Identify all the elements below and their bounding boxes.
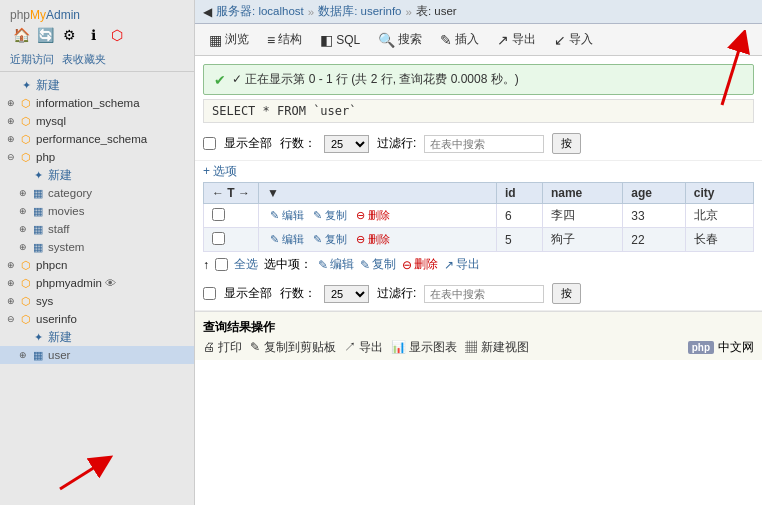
sidebar-item-php-new[interactable]: ✦ 新建 (0, 166, 194, 184)
rows-select-top[interactable]: 25 50 100 (324, 135, 369, 153)
col-name-label: name (551, 186, 582, 200)
table-header-row: ← T → ▼ id name (204, 183, 754, 204)
toolbar-structure-btn[interactable]: ≡ 结构 (259, 27, 310, 52)
row2-checkbox[interactable] (212, 232, 225, 245)
all-select-row: ↑ 全选 选中项： ✎ 编辑 ✎ 复制 ⊖ 删除 ↗ 导出 (195, 252, 762, 277)
row2-copy-btn[interactable]: ✎ 复制 (310, 231, 350, 248)
th-city[interactable]: city (685, 183, 753, 204)
row1-id: 6 (496, 204, 542, 228)
toggle-phpcn: ⊕ (4, 258, 18, 272)
th-id[interactable]: id (496, 183, 542, 204)
row2-check (204, 228, 259, 252)
import-icon: ↙ (554, 32, 566, 48)
bulk-delete-btn[interactable]: ⊖ 删除 (402, 256, 438, 273)
footer-chart-btn[interactable]: 📊 显示图表 (391, 339, 457, 356)
toolbar-browse-label: 浏览 (225, 31, 249, 48)
toolbar-export-btn[interactable]: ↗ 导出 (489, 27, 544, 52)
tbl-icon-staff: ▦ (30, 221, 46, 237)
bulk-export-btn[interactable]: ↗ 导出 (444, 256, 480, 273)
row1-check (204, 204, 259, 228)
sidebar-item-phpmyadmin[interactable]: ⊕ ⬡ phpmyadmin 👁 (0, 274, 194, 292)
bulk-copy-btn[interactable]: ✎ 复制 (360, 256, 396, 273)
row2-delete-btn[interactable]: ⊖ 删除 (353, 231, 393, 248)
sidebar-item-performance_schema[interactable]: ⊕ ⬡ performance_schema (0, 130, 194, 148)
footer-export-btn[interactable]: ↗ 导出 (344, 339, 383, 356)
refresh-icon[interactable]: 🔄 (36, 26, 54, 44)
sidebar-item-system[interactable]: ⊕ ▦ system (0, 238, 194, 256)
row1-copy-btn[interactable]: ✎ 复制 (310, 207, 350, 224)
favorites-link[interactable]: 表收藏夹 (62, 52, 106, 67)
sidebar-item-category[interactable]: ⊕ ▦ category (0, 184, 194, 202)
th-name[interactable]: name (542, 183, 622, 204)
data-table-wrap: ← T → ▼ id name (195, 182, 762, 252)
breadcrumb-server[interactable]: 服务器: localhost (216, 4, 304, 19)
all-checkbox[interactable] (215, 258, 228, 271)
row2-name: 狗子 (542, 228, 622, 252)
toolbar-import-btn[interactable]: ↙ 导入 (546, 27, 601, 52)
toolbar-search-btn[interactable]: 🔍 搜索 (370, 27, 430, 52)
show-all-checkbox-bottom[interactable] (203, 287, 216, 300)
exit-icon[interactable]: ⬡ (108, 26, 126, 44)
row1-edit-btn[interactable]: ✎ 编辑 (267, 207, 307, 224)
breadcrumb-database[interactable]: 数据库: userinfo (318, 4, 401, 19)
sidebar-item-mysql[interactable]: ⊕ ⬡ mysql (0, 112, 194, 130)
toggle-phpmyadmin: ⊕ (4, 276, 18, 290)
sidebar-item-new-top[interactable]: ✦ 新建 (0, 76, 194, 94)
row1-action-group: ✎ 编辑 ✎ 复制 ⊖ 删除 (267, 207, 488, 224)
filter-input-top[interactable] (424, 135, 544, 153)
sidebar-label-new-top: 新建 (36, 78, 60, 93)
toolbar-browse-btn[interactable]: ▦ 浏览 (201, 27, 257, 52)
sort-toggle[interactable]: T (227, 186, 234, 200)
toolbar-sql-btn[interactable]: ◧ SQL (312, 28, 368, 52)
settings-icon[interactable]: ⚙ (60, 26, 78, 44)
sidebar: phpMyAdmin 🏠 🔄 ⚙ ℹ ⬡ 近期访问 表收藏夹 ✦ 新建 ⊕ ⬡ … (0, 0, 195, 505)
toolbar-insert-label: 插入 (455, 31, 479, 48)
row1-age: 33 (623, 204, 686, 228)
logo-php: php (10, 8, 30, 22)
footer-copy-clipboard-btn[interactable]: ✎ 复制到剪贴板 (250, 339, 335, 356)
col-city-label: city (694, 186, 715, 200)
row1-checkbox[interactable] (212, 208, 225, 221)
sidebar-item-phpcn[interactable]: ⊕ ⬡ phpcn (0, 256, 194, 274)
row2-city: 长春 (685, 228, 753, 252)
export-icon: ↗ (497, 32, 509, 48)
rows-label-top: 行数： (280, 135, 316, 152)
sidebar-item-userinfo[interactable]: ⊖ ⬡ userinfo (0, 310, 194, 328)
home-icon[interactable]: 🏠 (12, 26, 30, 44)
breadcrumb-table: 表: user (416, 4, 457, 19)
row1-delete-btn[interactable]: ⊖ 删除 (353, 207, 393, 224)
sidebar-label-system: system (48, 241, 84, 253)
filter-submit-top[interactable]: 按 (552, 133, 581, 154)
recent-link[interactable]: 近期访问 (10, 52, 54, 67)
show-all-checkbox-top[interactable] (203, 137, 216, 150)
filter-submit-bottom[interactable]: 按 (552, 283, 581, 304)
row2-edit-btn[interactable]: ✎ 编辑 (267, 231, 307, 248)
footer-actions: 🖨 打印 ✎ 复制到剪贴板 ↗ 导出 📊 显示图表 ▦ 新建视图 php 中文网 (203, 339, 754, 356)
show-all-label-bottom: 显示全部 (224, 285, 272, 302)
main-panel: ◀ 服务器: localhost » 数据库: userinfo » 表: us… (195, 0, 762, 505)
rows-select-bottom[interactable]: 25 50 100 (324, 285, 369, 303)
filter-label-top: 过滤行: (377, 135, 416, 152)
sidebar-item-sys[interactable]: ⊕ ⬡ sys (0, 292, 194, 310)
footer-print-btn[interactable]: 🖨 打印 (203, 339, 242, 356)
toolbar-insert-btn[interactable]: ✎ 插入 (432, 27, 487, 52)
row1-actions: ✎ 编辑 ✎ 复制 ⊖ 删除 (259, 204, 497, 228)
bulk-edit-btn[interactable]: ✎ 编辑 (318, 256, 354, 273)
table-row: ✎ 编辑 ✎ 复制 ⊖ 删除 5 狗子 22 长春 (204, 228, 754, 252)
sidebar-item-staff[interactable]: ⊕ ▦ staff (0, 220, 194, 238)
sidebar-item-userinfo-new[interactable]: ✦ 新建 (0, 328, 194, 346)
sidebar-label-phpmyadmin: phpmyadmin (36, 277, 102, 289)
select-all-btn[interactable]: 全选 (234, 256, 258, 273)
th-age[interactable]: age (623, 183, 686, 204)
options-link[interactable]: + 选项 (195, 161, 762, 182)
sidebar-item-movies[interactable]: ⊕ ▦ movies (0, 202, 194, 220)
sidebar-item-user[interactable]: ⊕ ▦ user (0, 346, 194, 364)
db-icon-phpmyadmin: ⬡ (18, 275, 34, 291)
sidebar-label-performance_schema: performance_schema (36, 133, 147, 145)
sidebar-item-information_schema[interactable]: ⊕ ⬡ information_schema (0, 94, 194, 112)
sidebar-item-php[interactable]: ⊖ ⬡ php (0, 148, 194, 166)
dropdown-icon[interactable]: ▼ (267, 186, 279, 200)
filter-input-bottom[interactable] (424, 285, 544, 303)
info-icon[interactable]: ℹ (84, 26, 102, 44)
footer-newview-btn[interactable]: ▦ 新建视图 (465, 339, 528, 356)
